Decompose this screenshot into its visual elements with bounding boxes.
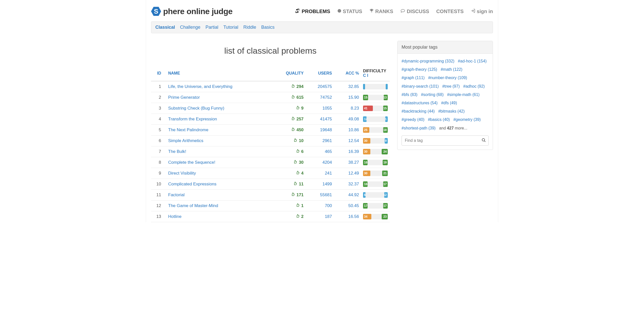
problem-quality[interactable]: 294 bbox=[272, 81, 306, 92]
tag-link[interactable]: #binary-search (101) bbox=[402, 83, 439, 90]
nav-sign-in[interactable]: sign in bbox=[471, 9, 493, 14]
tag-link[interactable]: #math (122) bbox=[441, 66, 462, 73]
problem-acc[interactable]: 38.27 bbox=[334, 157, 361, 168]
tag-search-input[interactable] bbox=[402, 136, 489, 146]
col-users[interactable]: USERS bbox=[306, 66, 334, 81]
subnav-classical[interactable]: Classical bbox=[155, 25, 175, 30]
logo[interactable]: S phere online judge bbox=[151, 6, 232, 16]
problem-link[interactable]: Direct Visibility bbox=[168, 171, 196, 176]
tag-link[interactable]: #graph-theory (125) bbox=[402, 66, 437, 73]
tag-link[interactable]: #ad-hoc-1 (154) bbox=[458, 58, 487, 64]
problem-difficulty: 309 bbox=[361, 136, 390, 146]
problem-quality[interactable]: 615 bbox=[272, 92, 306, 103]
subnav-basics[interactable]: Basics bbox=[261, 25, 275, 30]
problem-quality[interactable]: 450 bbox=[272, 125, 306, 136]
problem-users[interactable]: 187 bbox=[306, 211, 334, 222]
problem-link[interactable]: Complicated Expressions bbox=[168, 182, 217, 186]
tag-link[interactable]: #dynamic-programming (332) bbox=[402, 58, 454, 64]
problem-acc[interactable]: 49.08 bbox=[334, 114, 361, 125]
problem-quality[interactable]: 11 bbox=[272, 179, 306, 190]
nav-label: CONTESTS bbox=[436, 9, 464, 14]
subnav-partial[interactable]: Partial bbox=[205, 25, 218, 30]
problem-users[interactable]: 1499 bbox=[306, 179, 334, 190]
problem-users[interactable]: 700 bbox=[306, 201, 334, 211]
problem-acc[interactable]: 50.45 bbox=[334, 201, 361, 211]
problem-users[interactable]: 204575 bbox=[306, 81, 334, 92]
nav-ranks[interactable]: RANKS bbox=[369, 9, 393, 14]
problem-acc[interactable]: 16.56 bbox=[334, 211, 361, 222]
problem-acc[interactable]: 44.92 bbox=[334, 190, 361, 201]
col-id[interactable]: ID bbox=[151, 66, 166, 81]
tag-link[interactable]: #bitmasks (42) bbox=[438, 108, 465, 115]
problem-users[interactable]: 41475 bbox=[306, 114, 334, 125]
subnav-tutorial[interactable]: Tutorial bbox=[223, 25, 238, 30]
tag-link[interactable]: #simple-math (61) bbox=[447, 91, 480, 98]
search-icon[interactable] bbox=[482, 138, 486, 143]
problem-name: The Next Palindrome bbox=[166, 125, 272, 136]
tag-link[interactable]: #tree (97) bbox=[442, 83, 460, 90]
problem-acc[interactable]: 10.86 bbox=[334, 125, 361, 136]
tag-link[interactable]: #datastructures (54) bbox=[402, 100, 438, 106]
problem-acc[interactable]: 8.23 bbox=[334, 103, 361, 114]
problem-acc[interactable]: 32.37 bbox=[334, 179, 361, 190]
nav-status[interactable]: STATUS bbox=[337, 9, 362, 14]
tag-link[interactable]: #geometry (39) bbox=[453, 116, 481, 123]
tag-link[interactable]: #number-theory (109) bbox=[428, 74, 467, 81]
problem-link[interactable]: Substring Check (Bug Funny) bbox=[168, 106, 224, 111]
problem-link[interactable]: Transform the Expression bbox=[168, 117, 217, 121]
problem-link[interactable]: Factorial bbox=[168, 192, 185, 197]
problem-quality[interactable]: 1 bbox=[272, 201, 306, 211]
problem-users[interactable]: 74752 bbox=[306, 92, 334, 103]
problem-users[interactable]: 19648 bbox=[306, 125, 334, 136]
problem-quality[interactable]: 6 bbox=[272, 146, 306, 157]
subnav-challenge[interactable]: Challenge bbox=[180, 25, 200, 30]
problem-users[interactable]: 2961 bbox=[306, 136, 334, 146]
problem-link[interactable]: The Bulk! bbox=[168, 149, 186, 154]
problem-quality[interactable]: 2 bbox=[272, 211, 306, 222]
problem-difficulty: 3423 bbox=[361, 211, 390, 222]
col-acc[interactable]: ACC % bbox=[334, 66, 361, 81]
problem-quality[interactable]: 10 bbox=[272, 136, 306, 146]
nav-discuss[interactable]: DISCUSS bbox=[400, 8, 429, 15]
subnav-riddle[interactable]: Riddle bbox=[243, 25, 256, 30]
problem-quality[interactable]: 257 bbox=[272, 114, 306, 125]
col-name[interactable]: NAME bbox=[166, 66, 272, 81]
problem-quality[interactable]: 4 bbox=[272, 168, 306, 179]
tag-link[interactable]: #sorting (68) bbox=[421, 91, 444, 98]
problem-link[interactable]: Complete the Sequence! bbox=[168, 160, 215, 165]
problem-acc[interactable]: 12.54 bbox=[334, 136, 361, 146]
tag-link[interactable]: #shortest-path (39) bbox=[402, 125, 436, 131]
tag-link[interactable]: #greedy (40) bbox=[402, 116, 424, 123]
problem-link[interactable]: Hotline bbox=[168, 214, 182, 219]
problem-link[interactable]: Prime Generator bbox=[168, 95, 200, 100]
problem-link[interactable]: The Game of Master-Mind bbox=[168, 203, 218, 208]
problem-acc[interactable]: 12.49 bbox=[334, 168, 361, 179]
col-quality[interactable]: QUALITY bbox=[272, 66, 306, 81]
problem-difficulty: 1617 bbox=[361, 179, 390, 190]
tag-link[interactable]: #dfs (49) bbox=[441, 100, 457, 106]
problem-link[interactable]: The Next Palindrome bbox=[168, 127, 208, 132]
nav-problems[interactable]: PROBLEMS bbox=[295, 8, 330, 15]
problem-link[interactable]: Life, the Universe, and Everything bbox=[168, 84, 232, 89]
problem-acc[interactable]: 15.90 bbox=[334, 92, 361, 103]
problem-acc[interactable]: 32.85 bbox=[334, 81, 361, 92]
nav-contests[interactable]: CONTESTS bbox=[436, 9, 464, 14]
tag-link[interactable]: #backtracking (44) bbox=[402, 108, 435, 115]
problem-users[interactable]: 1055 bbox=[306, 103, 334, 114]
problem-acc[interactable]: 16.39 bbox=[334, 146, 361, 157]
problem-name: Complicated Expressions bbox=[166, 179, 272, 190]
table-row: 13Hotline 218716.563423 bbox=[151, 211, 390, 222]
tag-link[interactable]: #adhoc (92) bbox=[463, 83, 485, 90]
problem-users[interactable]: 465 bbox=[306, 146, 334, 157]
problem-quality[interactable]: 171 bbox=[272, 190, 306, 201]
tag-link[interactable]: #bfs (83) bbox=[402, 91, 417, 98]
thumbs-up-icon bbox=[293, 138, 297, 143]
tag-link[interactable]: #graph (111) bbox=[402, 74, 425, 81]
problem-link[interactable]: Simple Arithmetics bbox=[168, 138, 203, 143]
problem-quality[interactable]: 9 bbox=[272, 103, 306, 114]
problem-users[interactable]: 4204 bbox=[306, 157, 334, 168]
problem-quality[interactable]: 30 bbox=[272, 157, 306, 168]
tag-link[interactable]: #basics (40) bbox=[428, 116, 450, 123]
problem-users[interactable]: 241 bbox=[306, 168, 334, 179]
problem-users[interactable]: 55681 bbox=[306, 190, 334, 201]
